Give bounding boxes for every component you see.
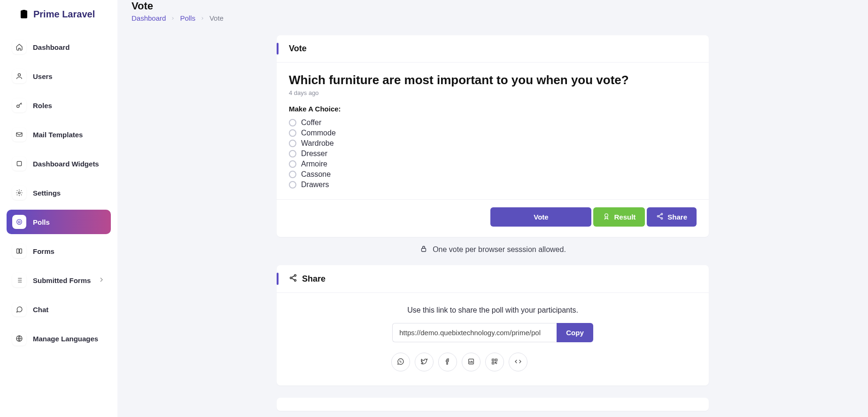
breadcrumb: Dashboard Polls Vote — [132, 14, 854, 22]
svg-rect-15 — [422, 248, 426, 252]
svg-rect-8 — [17, 249, 19, 253]
nav-label: Roles — [33, 102, 52, 110]
target-icon — [12, 215, 26, 229]
svg-rect-22 — [492, 362, 494, 364]
share-button[interactable]: Share — [647, 207, 697, 227]
radio-icon — [289, 129, 296, 137]
sidebar-item-roles[interactable]: Roles — [7, 93, 111, 118]
share-icon — [289, 274, 297, 284]
sidebar-item-users[interactable]: Users — [7, 64, 111, 88]
lock-icon — [419, 244, 428, 255]
option-coffer[interactable]: Coffer — [289, 118, 697, 127]
svg-rect-3 — [16, 133, 22, 136]
nav-label: Dashboard — [33, 43, 70, 51]
embed-button[interactable] — [509, 353, 527, 371]
share-card: Share Use this link to share the poll wi… — [277, 265, 709, 386]
nav-label: Manage Languages — [33, 335, 98, 343]
facebook-icon — [444, 358, 451, 367]
options-list: Coffer Commode Wardrobe Dresser Armoire … — [289, 118, 697, 189]
nav-label: Forms — [33, 247, 54, 255]
mail-icon — [12, 127, 26, 142]
sidebar-item-dashboard-widgets[interactable]: Dashboard Widgets — [7, 151, 111, 176]
chevron-right-icon — [170, 14, 175, 22]
brand-logo[interactable]: Prime Laravel — [18, 8, 111, 20]
breadcrumb-polls[interactable]: Polls — [180, 14, 195, 22]
vote-card-title: Vote — [289, 44, 307, 54]
sidebar-item-chat[interactable]: Chat — [7, 297, 111, 322]
copy-button[interactable]: Copy — [557, 323, 593, 342]
sidebar-item-polls[interactable]: Polls — [7, 210, 111, 234]
user-icon — [12, 69, 26, 83]
radio-icon — [289, 171, 296, 178]
forms-icon — [12, 244, 26, 258]
sidebar-item-manage-languages[interactable]: Manage Languages — [7, 326, 111, 351]
option-wardrobe[interactable]: Wardrobe — [289, 139, 697, 148]
globe-icon — [12, 331, 26, 346]
sidebar-item-mail-templates[interactable]: Mail Templates — [7, 122, 111, 147]
option-drawers[interactable]: Drawers — [289, 181, 697, 189]
whatsapp-button[interactable] — [391, 353, 410, 371]
chevron-right-icon — [200, 14, 205, 22]
share-instructions: Use this link to share the poll with you… — [289, 306, 697, 315]
chat-icon — [12, 302, 26, 316]
option-cassone[interactable]: Cassone — [289, 170, 697, 179]
svg-rect-20 — [492, 359, 494, 361]
qr-icon — [491, 358, 498, 367]
award-icon — [603, 212, 610, 221]
radio-icon — [289, 181, 296, 189]
share-icon — [656, 212, 664, 221]
share-card-title: Share — [302, 274, 326, 284]
social-row — [391, 353, 594, 371]
sidebar-item-submitted-forms[interactable]: Submitted Forms — [7, 268, 111, 292]
svg-point-5 — [18, 192, 20, 194]
qr-button[interactable] — [485, 353, 504, 371]
next-card-peek — [277, 398, 709, 411]
option-commode[interactable]: Commode — [289, 129, 697, 137]
breadcrumb-current: Vote — [209, 14, 224, 22]
nav-label: Dashboard Widgets — [33, 160, 99, 168]
svg-rect-0 — [21, 10, 27, 18]
vote-restriction-note: One vote per browser sesssion allowed. — [277, 244, 709, 255]
sidebar-item-dashboard[interactable]: Dashboard — [7, 35, 111, 59]
svg-rect-9 — [20, 249, 22, 253]
brand-name: Prime Laravel — [33, 9, 95, 20]
result-button[interactable]: Result — [593, 207, 645, 227]
vote-card: Vote Which furniture are most important … — [277, 35, 709, 237]
vote-card-footer: Vote Result Share — [277, 199, 709, 237]
nav-label: Mail Templates — [33, 131, 83, 139]
clipboard-icon — [18, 8, 30, 20]
svg-point-11 — [605, 214, 608, 217]
facebook-button[interactable] — [438, 353, 457, 371]
nav-label: Settings — [33, 189, 61, 197]
svg-rect-4 — [17, 161, 21, 165]
choice-label: Make A Choice: — [289, 105, 697, 113]
nav-label: Users — [33, 72, 53, 80]
option-dresser[interactable]: Dresser — [289, 149, 697, 158]
radio-icon — [289, 119, 296, 126]
linkedin-icon — [467, 358, 475, 367]
sidebar-item-forms[interactable]: Forms — [7, 239, 111, 263]
page-title: Vote — [132, 0, 854, 12]
sidebar-item-settings[interactable]: Settings — [7, 181, 111, 205]
key-icon — [12, 98, 26, 112]
radio-icon — [289, 150, 296, 157]
twitter-button[interactable] — [415, 353, 434, 371]
copy-link-row: Copy — [289, 323, 697, 342]
sidebar: Prime Laravel Dashboard Users Roles Mail… — [0, 0, 117, 417]
breadcrumb-dashboard[interactable]: Dashboard — [132, 14, 166, 22]
home-icon — [12, 40, 26, 54]
vote-card-header: Vote — [277, 35, 709, 63]
radio-icon — [289, 160, 296, 168]
vote-button[interactable]: Vote — [490, 207, 591, 227]
twitter-icon — [420, 358, 428, 367]
gear-icon — [12, 186, 26, 200]
share-link-input[interactable] — [392, 323, 557, 342]
nav-label: Polls — [33, 218, 50, 226]
option-armoire[interactable]: Armoire — [289, 160, 697, 168]
svg-point-7 — [18, 221, 20, 223]
linkedin-button[interactable] — [462, 353, 480, 371]
chevron-right-icon — [98, 276, 105, 285]
svg-point-6 — [17, 220, 22, 225]
list-icon — [12, 273, 26, 287]
whatsapp-icon — [397, 358, 404, 367]
